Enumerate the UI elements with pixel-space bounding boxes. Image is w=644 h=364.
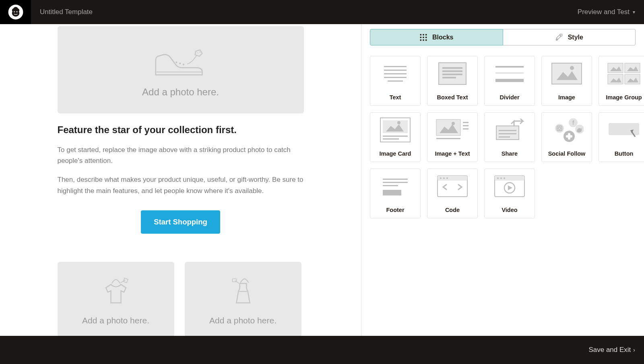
- block-button[interactable]: Button: [599, 112, 644, 162]
- text-icon: [370, 56, 420, 91]
- top-bar: Untitled Template Preview and Test ▾: [0, 0, 644, 24]
- svg-rect-56: [463, 125, 469, 126]
- shoe-placeholder-icon: [149, 42, 213, 82]
- block-boxed-text[interactable]: Boxed Text: [427, 56, 478, 106]
- block-share[interactable]: Share: [484, 112, 535, 162]
- svg-rect-17: [425, 34, 427, 35]
- svg-point-84: [497, 177, 499, 179]
- chevron-down-icon: ▾: [633, 9, 635, 15]
- image-icon: [542, 56, 592, 91]
- image-text-icon: [427, 113, 477, 147]
- block-label: Footer: [386, 204, 404, 218]
- block-divider[interactable]: Divider: [484, 56, 535, 106]
- svg-rect-83: [495, 176, 524, 181]
- email-canvas[interactable]: Add a photo here. Feature the star of yo…: [0, 24, 361, 336]
- block-label: Image + Text: [435, 147, 470, 162]
- block-image[interactable]: Image: [541, 56, 592, 106]
- svg-rect-70: [566, 135, 572, 138]
- block-label: Image Card: [380, 147, 411, 162]
- block-image-group[interactable]: Image Group: [599, 56, 644, 106]
- block-video[interactable]: Video: [484, 169, 535, 218]
- grid-icon: [419, 33, 427, 41]
- block-footer[interactable]: Footer: [370, 169, 421, 218]
- svg-rect-34: [552, 63, 582, 84]
- svg-rect-24: [560, 34, 562, 36]
- tab-style-label: Style: [568, 34, 583, 41]
- svg-rect-60: [499, 133, 516, 134]
- save-and-exit-button[interactable]: Save and Exit ›: [588, 346, 635, 354]
- tab-blocks[interactable]: Blocks: [370, 29, 503, 45]
- svg-rect-61: [499, 136, 510, 138]
- svg-rect-71: [609, 123, 639, 135]
- svg-rect-31: [495, 66, 524, 68]
- tab-style[interactable]: Style: [503, 29, 636, 45]
- svg-rect-43: [625, 74, 640, 84]
- svg-rect-55: [463, 122, 469, 123]
- secondary-image-placeholder-1[interactable]: Add a photo here.: [58, 262, 174, 336]
- body-paragraph-2[interactable]: Then, describe what makes your product u…: [58, 174, 304, 196]
- preview-test-dropdown[interactable]: Preview and Test ▾: [578, 8, 635, 16]
- footer-icon: [370, 169, 420, 204]
- chevron-right-icon: ›: [633, 347, 635, 353]
- palette-icon: [555, 33, 563, 41]
- svg-point-86: [504, 177, 505, 179]
- button-icon: [599, 113, 644, 147]
- svg-rect-59: [499, 130, 516, 131]
- block-image-card[interactable]: Image Card: [370, 112, 421, 162]
- block-text[interactable]: Text: [370, 56, 421, 106]
- svg-point-25: [555, 39, 557, 41]
- svg-point-85: [500, 177, 502, 179]
- block-image-text[interactable]: Image + Text: [427, 112, 478, 162]
- svg-rect-15: [420, 34, 421, 35]
- svg-point-7: [179, 62, 181, 64]
- svg-rect-76: [383, 190, 401, 195]
- image-group-icon: [599, 56, 644, 91]
- share-icon: [485, 113, 535, 147]
- svg-rect-28: [442, 70, 462, 72]
- svg-point-6: [175, 61, 177, 63]
- headline-text[interactable]: Feature the star of your collection firs…: [58, 124, 304, 136]
- svg-rect-21: [420, 39, 421, 41]
- svg-rect-23: [425, 39, 427, 41]
- side-panel: Blocks Style TextBoxed TextDividerImageI…: [361, 24, 644, 336]
- svg-rect-27: [442, 67, 462, 69]
- svg-point-53: [452, 122, 455, 125]
- block-code[interactable]: Code: [427, 169, 478, 218]
- body-paragraph-1[interactable]: To get started, replace the image above …: [58, 144, 304, 166]
- tab-blocks-label: Blocks: [432, 34, 453, 41]
- svg-rect-50: [383, 138, 399, 140]
- secondary-placeholder-label-2: Add a photo here.: [209, 316, 277, 325]
- svg-marker-11: [123, 278, 128, 283]
- block-label: Video: [502, 204, 517, 218]
- svg-point-48: [397, 121, 400, 124]
- preview-test-label: Preview and Test: [578, 8, 630, 16]
- tshirt-placeholder-icon: [96, 275, 136, 311]
- hero-placeholder-label: Add a photo here.: [142, 86, 219, 98]
- svg-rect-32: [495, 72, 524, 74]
- block-label: Divider: [500, 91, 519, 105]
- block-social-follow[interactable]: fSocial Follow: [541, 112, 592, 162]
- secondary-image-placeholder-2[interactable]: Add a photo here.: [185, 262, 301, 336]
- save-and-exit-label: Save and Exit: [588, 346, 631, 354]
- svg-point-81: [446, 177, 448, 179]
- svg-marker-88: [508, 185, 512, 190]
- hero-image-placeholder[interactable]: Add a photo here.: [58, 26, 304, 113]
- svg-point-4: [17, 11, 17, 12]
- block-label: Share: [502, 147, 518, 162]
- svg-rect-16: [423, 34, 424, 35]
- brand-logo[interactable]: [0, 0, 31, 24]
- svg-point-8: [182, 64, 184, 65]
- template-name[interactable]: Untitled Template: [40, 8, 93, 16]
- svg-point-64: [555, 124, 564, 133]
- svg-line-13: [235, 281, 239, 284]
- cta-button[interactable]: Start Shopping: [141, 210, 220, 234]
- svg-text:f: f: [572, 119, 574, 126]
- secondary-placeholder-label-1: Add a photo here.: [82, 316, 149, 325]
- svg-rect-19: [423, 37, 424, 38]
- social-follow-icon: f: [542, 113, 592, 147]
- block-label: Text: [390, 91, 401, 105]
- code-icon: [427, 169, 477, 204]
- svg-point-80: [443, 177, 445, 179]
- svg-rect-39: [625, 63, 640, 73]
- svg-rect-30: [442, 77, 456, 78]
